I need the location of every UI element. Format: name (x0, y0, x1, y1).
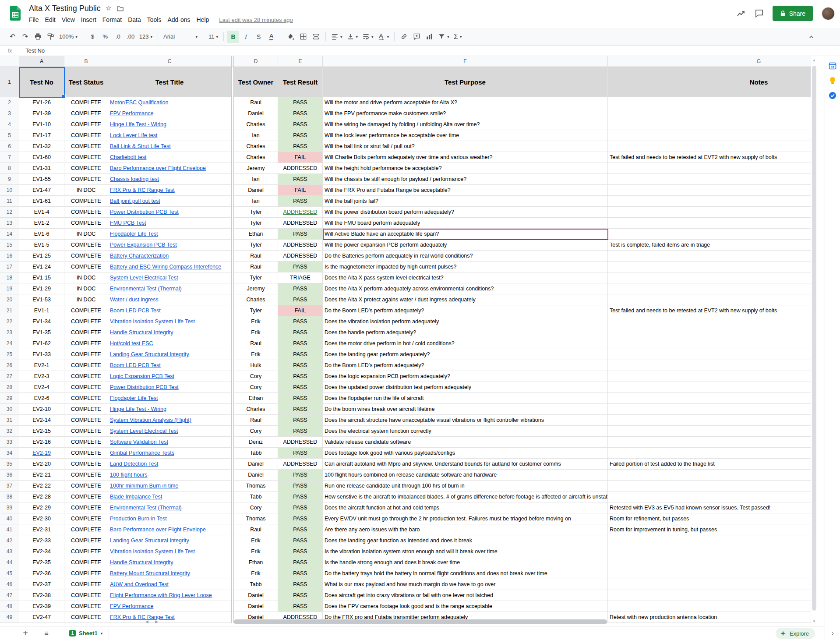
cell-f19[interactable]: Does the Alta X perform adequately acros… (323, 283, 608, 294)
cell-f2[interactable]: Will the motor and drive perform accepta… (323, 97, 608, 108)
cell-a35[interactable]: EV2-20 (19, 459, 64, 470)
cell-a24[interactable]: EV1-62 (19, 338, 64, 349)
cell-b3[interactable]: COMPLETE (64, 108, 108, 119)
cell-c22[interactable]: Vibration Isolation System Life Test (108, 316, 231, 327)
cell-b1[interactable]: Test Status (64, 67, 108, 97)
cell-a3[interactable]: EV1-39 (19, 108, 64, 119)
cell-c5[interactable]: Lock Lever Life test (108, 130, 231, 141)
cell-b48[interactable]: COMPLETE (64, 601, 108, 612)
column-header-b[interactable]: B (64, 56, 108, 67)
cell-a13[interactable]: EV1-2 (19, 218, 64, 229)
menu-add-ons[interactable]: Add-ons (164, 15, 193, 25)
cell-c2[interactable]: Motor/ESC Qualification (108, 97, 231, 108)
cell-c19[interactable]: Environmental Test (Thermal) (108, 283, 231, 294)
cell-g5[interactable] (608, 130, 811, 141)
cell-f16[interactable]: Do the Batteries perform adequately in r… (323, 251, 608, 262)
cell-e6[interactable]: PASS (278, 141, 323, 152)
row-header-27[interactable]: 27 (0, 371, 19, 382)
cell-c34[interactable]: Gimbal Performance Tests (108, 448, 231, 459)
cell-g29[interactable] (608, 393, 811, 404)
cell-a14[interactable]: EV1-6 (19, 229, 64, 240)
cell-c4[interactable]: Hinge Life Test - Wiring (108, 119, 231, 130)
horizontal-scrollbar[interactable] (234, 619, 607, 624)
cell-f22[interactable]: Does the vibration isolation perform ade… (323, 316, 608, 327)
cell-d17[interactable]: Raul (234, 262, 278, 272)
cell-g35[interactable]: Failed portion of test added to the tria… (608, 459, 811, 470)
cell-d21[interactable]: Tyler (234, 305, 278, 316)
undo-button[interactable]: ↶ (7, 31, 18, 43)
row-header-20[interactable]: 20 (0, 294, 19, 305)
cell-g22[interactable] (608, 316, 811, 327)
cell-g4[interactable] (608, 119, 811, 130)
cell-e34[interactable]: PASS (278, 448, 323, 459)
cell-g49[interactable]: Retest with new production antenna locat… (608, 612, 811, 623)
cell-b31[interactable]: COMPLETE (64, 415, 108, 426)
cell-e35[interactable]: ADDRESSED (278, 459, 323, 470)
cell-g33[interactable] (608, 437, 811, 448)
functions-button[interactable]: Σ▾ (452, 31, 464, 43)
cell-f33[interactable]: Validate release candidate software (323, 437, 608, 448)
cell-a45[interactable]: EV2-36 (19, 568, 64, 579)
cell-d13[interactable]: Tyler (234, 218, 278, 229)
cell-f31[interactable]: Does the aircraft structure have unaccep… (323, 415, 608, 426)
cell-c41[interactable]: Baro Performance over Flight Envelope (108, 524, 231, 535)
cell-g34[interactable] (608, 448, 811, 459)
borders-button[interactable] (297, 31, 309, 43)
cell-f47[interactable]: Does aircraft get into crazy vibrations … (323, 590, 608, 601)
cell-e31[interactable]: PASS (278, 415, 323, 426)
cell-g15[interactable]: Test is complete, failed items are in tr… (608, 240, 811, 251)
cell-e20[interactable]: PASS (278, 294, 323, 305)
row-header-9[interactable]: 9 (0, 174, 19, 185)
cell-e8[interactable]: ADDRESSED (278, 163, 323, 174)
cell-c15[interactable]: Power Expansion PCB Test (108, 240, 231, 251)
cell-b5[interactable]: COMPLETE (64, 130, 108, 141)
cell-f26[interactable]: Do the Boom LED's perform adequately? (323, 360, 608, 371)
cell-e26[interactable]: PASS (278, 360, 323, 371)
scroll-left-icon[interactable]: ◀ (145, 619, 148, 624)
cell-c20[interactable]: Water / dust ingress (108, 294, 231, 305)
row-header-42[interactable]: 42 (0, 535, 19, 546)
cell-e21[interactable]: FAIL (278, 305, 323, 316)
cell-d6[interactable]: Charles (234, 141, 278, 152)
cell-g2[interactable] (608, 97, 811, 108)
cell-d27[interactable]: Cory (234, 371, 278, 382)
cell-d33[interactable]: Deniz (234, 437, 278, 448)
cell-d10[interactable]: Daniel (234, 185, 278, 196)
cell-b45[interactable]: COMPLETE (64, 568, 108, 579)
cell-g38[interactable] (608, 491, 811, 502)
row-header-29[interactable]: 29 (0, 393, 19, 404)
cell-e36[interactable]: PASS (278, 470, 323, 481)
column-header-e[interactable]: E (278, 56, 323, 67)
cell-g44[interactable] (608, 557, 811, 568)
panel-collapse-icon[interactable]: › (825, 629, 840, 636)
menu-insert[interactable]: Insert (78, 15, 99, 25)
cell-d46[interactable]: Tabb (234, 579, 278, 590)
cell-d15[interactable]: Tyler (234, 240, 278, 251)
cell-g25[interactable] (608, 349, 811, 360)
cell-a12[interactable]: EV1-4 (19, 207, 64, 218)
cell-d47[interactable]: Daniel (234, 590, 278, 601)
cell-b14[interactable]: IN DOC (64, 229, 108, 240)
cell-g42[interactable] (608, 535, 811, 546)
cell-g30[interactable] (608, 404, 811, 415)
font-size-select[interactable]: 11▾ (207, 31, 220, 43)
row-header-5[interactable]: 5 (0, 130, 19, 141)
cell-d28[interactable]: Cory (234, 382, 278, 393)
cell-c7[interactable]: Charliebolt test (108, 152, 231, 163)
cell-d25[interactable]: Erik (234, 349, 278, 360)
cell-f46[interactable]: What is our max payload and how much mar… (323, 579, 608, 590)
cell-e38[interactable]: PASS (278, 491, 323, 502)
cell-c32[interactable]: System Level Electrical Test (108, 426, 231, 437)
column-header-f[interactable]: F (323, 56, 608, 67)
cell-g24[interactable] (608, 338, 811, 349)
paint-format-button[interactable] (45, 31, 56, 43)
cell-d14[interactable]: Ethan (234, 229, 278, 240)
cell-f28[interactable]: Does the updated power distribution test… (323, 382, 608, 393)
cell-e18[interactable]: TRIAGE (278, 272, 323, 283)
cell-e14[interactable]: PASS (278, 229, 323, 240)
cell-f38[interactable]: How senstive is the aircraft to imbalanc… (323, 491, 608, 502)
row-header-6[interactable]: 6 (0, 141, 19, 152)
cell-c47[interactable]: Flight Performance with Ring Lever Loose (108, 590, 231, 601)
cell-e13[interactable]: ADDRESSED (278, 218, 323, 229)
cell-d7[interactable]: Charles (234, 152, 278, 163)
